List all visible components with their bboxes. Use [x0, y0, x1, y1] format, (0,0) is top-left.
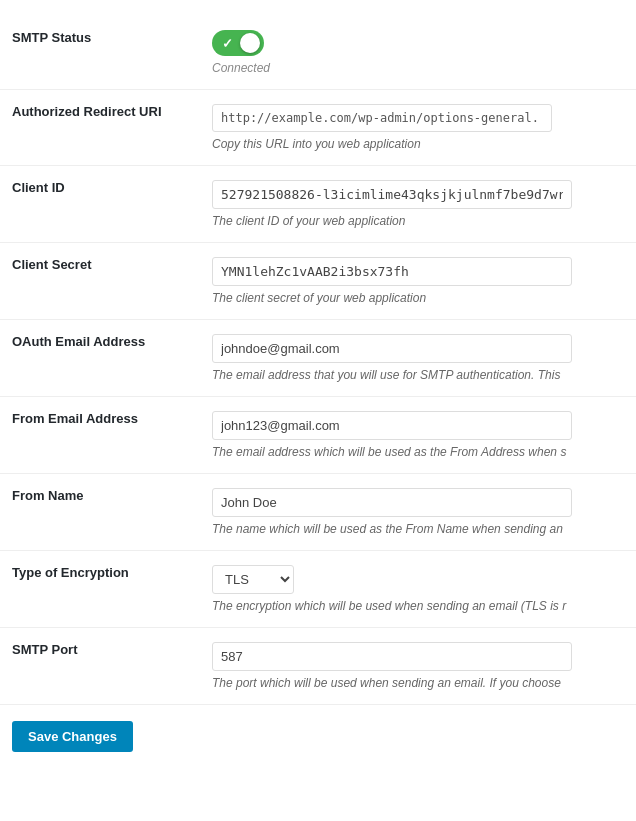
smtp-port-hint: The port which will be used when sending… [212, 676, 624, 690]
oauth-email-input[interactable] [212, 334, 572, 363]
encryption-type-row: Type of Encryption TLS SSL None The encr… [0, 551, 636, 628]
settings-table: SMTP Status ✓ Connected Authorized Redir… [0, 16, 636, 705]
from-name-label: From Name [12, 488, 84, 503]
client-secret-input[interactable] [212, 257, 572, 286]
client-id-hint: The client ID of your web application [212, 214, 624, 228]
authorized-redirect-uri-input[interactable] [212, 104, 552, 132]
smtp-port-label: SMTP Port [12, 642, 78, 657]
smtp-status-toggle[interactable]: ✓ [212, 30, 264, 56]
client-secret-row: Client Secret The client secret of your … [0, 243, 636, 320]
oauth-email-hint: The email address that you will use for … [212, 368, 624, 382]
smtp-port-row: SMTP Port The port which will be used wh… [0, 628, 636, 705]
from-email-hint: The email address which will be used as … [212, 445, 624, 459]
connected-status-text: Connected [212, 61, 270, 75]
save-button-wrapper: Save Changes [0, 705, 636, 768]
oauth-email-label: OAuth Email Address [12, 334, 145, 349]
from-email-row: From Email Address The email address whi… [0, 397, 636, 474]
from-email-input[interactable] [212, 411, 572, 440]
smtp-status-toggle-wrapper: ✓ Connected [212, 30, 624, 75]
toggle-thumb [240, 33, 260, 53]
authorized-redirect-uri-hint: Copy this URL into you web application [212, 137, 624, 151]
smtp-status-label: SMTP Status [12, 30, 91, 45]
smtp-status-row: SMTP Status ✓ Connected [0, 16, 636, 90]
smtp-port-input[interactable] [212, 642, 572, 671]
client-id-label: Client ID [12, 180, 65, 195]
client-id-row: Client ID The client ID of your web appl… [0, 166, 636, 243]
client-secret-label: Client Secret [12, 257, 91, 272]
authorized-redirect-uri-row: Authorized Redirect URI Copy this URL in… [0, 90, 636, 166]
client-secret-hint: The client secret of your web applicatio… [212, 291, 624, 305]
encryption-type-select[interactable]: TLS SSL None [212, 565, 294, 594]
client-id-input[interactable] [212, 180, 572, 209]
encryption-type-hint: The encryption which will be used when s… [212, 599, 624, 613]
from-name-hint: The name which will be used as the From … [212, 522, 624, 536]
from-name-input[interactable] [212, 488, 572, 517]
save-changes-button[interactable]: Save Changes [12, 721, 133, 752]
encryption-type-label: Type of Encryption [12, 565, 129, 580]
oauth-email-row: OAuth Email Address The email address th… [0, 320, 636, 397]
from-name-row: From Name The name which will be used as… [0, 474, 636, 551]
from-email-label: From Email Address [12, 411, 138, 426]
authorized-redirect-uri-label: Authorized Redirect URI [12, 104, 162, 119]
toggle-check-icon: ✓ [222, 36, 233, 51]
